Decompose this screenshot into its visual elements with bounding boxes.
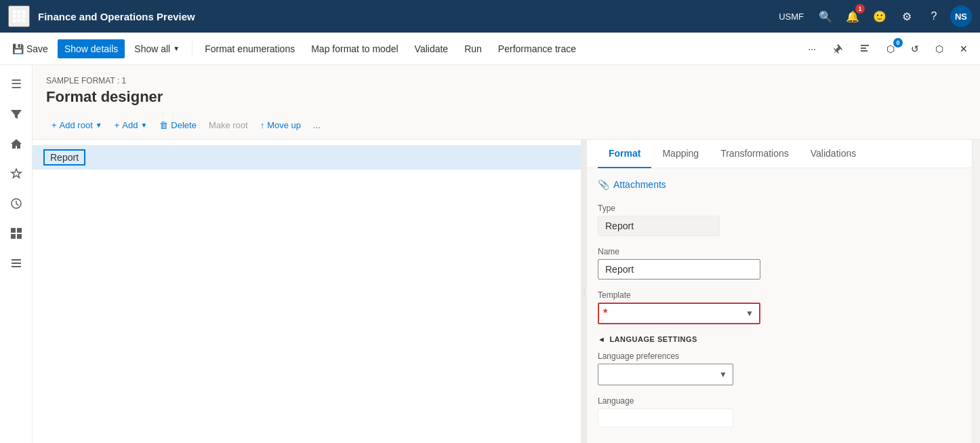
add-button[interactable]: + Add ▼ (109, 117, 153, 134)
delete-button[interactable]: 🗑 Delete (154, 117, 202, 134)
name-input[interactable] (598, 259, 760, 280)
nav-favorites[interactable] (3, 160, 30, 187)
show-all-chevron: ▼ (173, 45, 180, 52)
type-value: Report (598, 216, 720, 236)
nav-home[interactable] (3, 130, 30, 157)
open-new-button[interactable]: ⬡ (928, 39, 950, 58)
move-up-button[interactable]: ↑ Move up (255, 117, 306, 134)
plus-icon-add: + (115, 120, 120, 130)
add-chevron: ▼ (140, 121, 147, 129)
tab-validations[interactable]: Validations (800, 140, 867, 168)
command-bar: 💾 Save Show details Show all ▼ Format en… (0, 33, 980, 65)
tab-mapping[interactable]: Mapping (651, 140, 710, 168)
svg-rect-4 (18, 15, 21, 18)
save-label: Save (26, 43, 48, 54)
svg-rect-17 (12, 259, 21, 261)
smile-icon[interactable]: 🙂 (869, 5, 891, 27)
svg-rect-10 (861, 47, 866, 49)
tab-format[interactable]: Format (598, 140, 651, 168)
add-label: Add (122, 120, 138, 130)
usmf-label: USMF (779, 12, 804, 22)
main-layout: ☰ SAMPLE FORMAT : 1 Format designer (0, 65, 980, 443)
show-details-button[interactable]: Show details (58, 39, 125, 58)
help-icon[interactable]: ? (923, 5, 945, 27)
run-label: Run (464, 43, 482, 54)
delete-label: Delete (171, 120, 197, 130)
tree-item-report-label: Report (43, 149, 85, 166)
attachment-icon: 📎 (598, 179, 609, 190)
language-preferences-dropdown[interactable]: ▼ (598, 364, 733, 385)
language-settings-header[interactable]: ◄ LANGUAGE SETTINGS (598, 335, 961, 343)
svg-rect-1 (18, 10, 21, 14)
left-nav: ☰ (0, 65, 33, 443)
title-bar: Finance and Operations Preview USMF 🔍 🔔 … (0, 0, 980, 33)
attachments-link[interactable]: 📎 Attachments (598, 179, 961, 190)
add-root-label: Add root (60, 120, 93, 130)
svg-rect-16 (17, 234, 22, 239)
nav-filter[interactable] (3, 100, 30, 128)
notification-wrap: 🔔 1 (842, 5, 863, 27)
validate-label: Validate (415, 43, 449, 54)
note-icon[interactable] (853, 39, 877, 58)
show-details-label: Show details (64, 43, 118, 54)
properties-content: 📎 Attachments Type Report Name (587, 168, 972, 443)
app-name: Finance and Operations Preview (38, 11, 779, 22)
cmd-divider-1 (192, 41, 192, 57)
svg-rect-18 (12, 263, 21, 264)
tab-mapping-label: Mapping (662, 148, 699, 159)
language-settings-label: LANGUAGE SETTINGS (609, 335, 697, 343)
tab-transformations[interactable]: Transformations (710, 140, 800, 168)
resize-handle[interactable]: ⋮ (581, 140, 587, 443)
language-group: Language (598, 396, 961, 427)
nav-workspaces[interactable] (3, 220, 30, 247)
nav-hamburger[interactable]: ☰ (3, 71, 30, 98)
pinned-icon[interactable] (825, 39, 850, 58)
breadcrumb: SAMPLE FORMAT : 1 (46, 76, 966, 85)
svg-rect-5 (22, 15, 25, 18)
add-root-button[interactable]: + Add root ▼ (46, 117, 108, 134)
map-format-to-model-button[interactable]: Map format to model (304, 39, 405, 58)
template-dropdown[interactable]: * ▼ (598, 303, 760, 324)
search-icon[interactable]: 🔍 (815, 5, 836, 27)
language-value-box (598, 408, 733, 427)
save-button[interactable]: 💾 Save (5, 39, 55, 58)
validate-button[interactable]: Validate (408, 39, 455, 58)
template-field-group: Template * ▼ (598, 290, 961, 324)
language-settings-section: ◄ LANGUAGE SETTINGS Language preferences… (598, 335, 961, 427)
add-root-chevron: ▼ (96, 121, 102, 129)
close-button[interactable]: ✕ (953, 39, 975, 58)
plus-icon-root: + (52, 120, 57, 130)
nav-list[interactable] (3, 250, 30, 277)
collapse-arrow-icon: ◄ (598, 335, 605, 343)
tab-transformations-label: Transformations (720, 148, 789, 159)
more-toolbar-button[interactable]: ... (308, 117, 326, 134)
save-icon: 💾 (12, 43, 24, 54)
gear-icon[interactable]: ⚙ (896, 5, 918, 27)
refresh-button[interactable]: ↺ (904, 39, 926, 58)
avatar[interactable]: NS (950, 5, 972, 27)
properties-panel: Format Mapping Transformations Validatio… (587, 140, 972, 443)
nav-recent[interactable] (3, 190, 30, 217)
map-format-to-model-label: Map format to model (311, 43, 398, 54)
tab-validations-label: Validations (811, 148, 856, 159)
make-root-button[interactable]: Make root (203, 117, 253, 134)
right-scrollbar[interactable] (972, 140, 980, 443)
waffle-icon[interactable] (8, 5, 30, 27)
page-title: Format designer (46, 88, 966, 106)
svg-rect-9 (861, 45, 869, 46)
svg-rect-6 (13, 19, 16, 22)
language-preferences-group: Language preferences ▼ (598, 351, 961, 385)
tree-panel: Report (33, 140, 581, 443)
format-enumerations-button[interactable]: Format enumerations (198, 39, 302, 58)
show-all-label: Show all (134, 43, 170, 54)
performance-trace-button[interactable]: Performance trace (491, 39, 583, 58)
name-field-group: Name (598, 247, 961, 280)
svg-rect-11 (861, 50, 867, 52)
run-button[interactable]: Run (457, 39, 489, 58)
svg-rect-0 (13, 10, 16, 14)
tab-format-label: Format (609, 148, 640, 159)
more-button[interactable]: ··· (801, 39, 823, 58)
svg-rect-8 (22, 19, 25, 22)
show-all-button[interactable]: Show all ▼ (127, 39, 186, 58)
tree-item-report[interactable]: Report (33, 145, 581, 170)
